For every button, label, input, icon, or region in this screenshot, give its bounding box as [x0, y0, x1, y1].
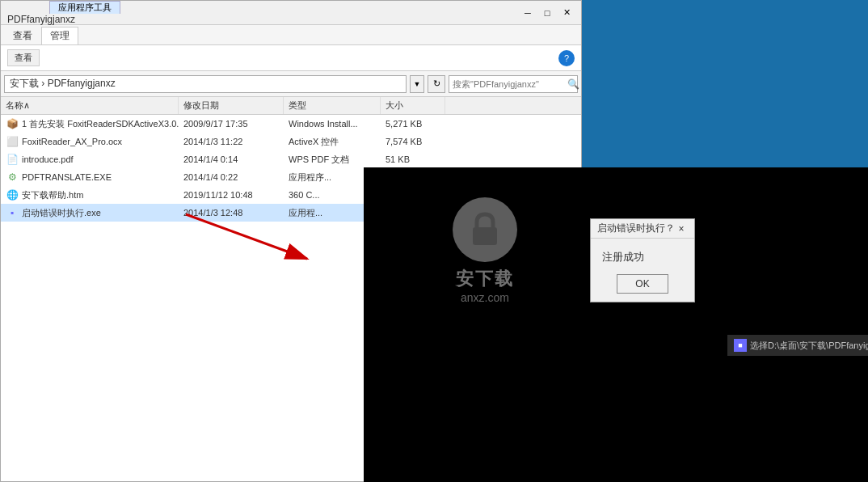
tab-view[interactable]: 查看 — [4, 27, 41, 44]
file-cell-date: 2019/11/12 10:48 — [179, 186, 284, 204]
file-cell-name: 🌐 安下载帮助.htm — [1, 186, 179, 204]
address-refresh[interactable]: ↻ — [428, 75, 445, 93]
file-cell-size: 5,271 KB — [381, 115, 445, 133]
file-icon: ⚙ — [6, 171, 19, 184]
col-header-date[interactable]: 修改日期 — [179, 97, 284, 114]
file-icon: ▪ — [6, 206, 19, 219]
tab-manage[interactable]: 管理 — [41, 27, 78, 44]
address-path[interactable]: 安下载 › PDFfanyigjanxz — [4, 75, 407, 93]
file-cell-name: ⚙ PDFTRANSLATE.EXE — [1, 168, 179, 186]
popup-dialog: 启动错误时执行？ × 注册成功 OK — [590, 218, 695, 302]
file-cell-name: 📦 1 首先安装 FoxitReaderSDKActiveX3.0... — [1, 115, 179, 133]
address-dropdown[interactable]: ▼ — [410, 75, 424, 93]
file-list-header: 名称 ∧ 修改日期 类型 大小 — [1, 97, 581, 115]
popup-body: 注册成功 OK — [591, 239, 694, 302]
cmd-title-bar: ■ 选择D:\桌面\安下载\PDFfanyigjanxz\启动错误时执行.exe — [727, 335, 868, 356]
search-box: 🔍 — [449, 75, 578, 93]
file-cell-date: 2014/1/3 12:48 — [179, 204, 284, 222]
file-row[interactable]: 📄 introduce.pdf 2014/1/4 0:14 WPS PDF 文档… — [1, 150, 581, 168]
title-bar-controls: ─ □ ✕ — [520, 5, 575, 21]
col-header-name[interactable]: 名称 ∧ — [1, 97, 179, 114]
popup-ok-button[interactable]: OK — [617, 274, 668, 294]
ribbon: 查看 管理 查看 ? — [1, 25, 581, 71]
search-icon[interactable]: 🔍 — [567, 78, 579, 90]
minimize-button[interactable]: ─ — [520, 5, 536, 21]
app-tools-tab[interactable]: 应用程序工具 — [49, 1, 120, 14]
ribbon-tabs: 查看 管理 — [1, 25, 581, 44]
col-header-type[interactable]: 类型 — [284, 97, 381, 114]
search-input[interactable] — [453, 79, 564, 89]
close-button[interactable]: ✕ — [558, 5, 575, 21]
file-cell-date: 2014/1/4 0:22 — [179, 168, 284, 186]
col-header-size[interactable]: 大小 — [381, 97, 445, 114]
window-title: PDFfanyigjanxz — [7, 14, 520, 25]
popup-title-bar: 启动错误时执行？ × — [591, 219, 694, 239]
file-cell-name: ⬜ FoxitReader_AX_Pro.ocx — [1, 133, 179, 150]
file-cell-type: WPS PDF 文档 — [284, 150, 381, 168]
popup-close-button[interactable]: × — [675, 222, 688, 235]
file-cell-type: ActiveX 控件 — [284, 133, 381, 150]
file-cell-type: Windows Install... — [284, 115, 381, 133]
file-cell-date: 2014/1/3 11:22 — [179, 133, 284, 150]
ribbon-content: 查看 ? — [1, 44, 581, 70]
file-cell-date: 2009/9/17 17:35 — [179, 115, 284, 133]
file-row[interactable]: 📦 1 首先安装 FoxitReaderSDKActiveX3.0... 200… — [1, 115, 581, 133]
file-cell-size: 7,574 KB — [381, 133, 445, 150]
popup-title-text: 启动错误时执行？ — [597, 222, 675, 235]
help-icon[interactable]: ? — [558, 50, 575, 66]
cmd-title-text: 选择D:\桌面\安下载\PDFfanyigjanxz\启动错误时执行.exe — [750, 340, 868, 352]
file-icon: 🌐 — [6, 188, 19, 201]
file-cell-date: 2014/1/4 0:14 — [179, 150, 284, 168]
file-row[interactable]: ⬜ FoxitReader_AX_Pro.ocx 2014/1/3 11:22 … — [1, 133, 581, 150]
file-icon: ⬜ — [6, 135, 19, 148]
file-cell-size: 51 KB — [381, 150, 445, 168]
maximize-button[interactable]: □ — [539, 5, 555, 21]
file-icon: 📦 — [6, 117, 19, 130]
title-bar: 应用程序工具 PDFfanyigjanxz ─ □ ✕ — [1, 1, 581, 25]
cmd-area: ■ 选择D:\桌面\安下载\PDFfanyigjanxz\启动错误时执行.exe — [364, 167, 868, 482]
popup-message: 注册成功 — [602, 250, 644, 264]
cmd-icon: ■ — [734, 339, 747, 352]
file-cell-name: ▪ 启动错误时执行.exe — [1, 204, 179, 222]
file-icon: 📄 — [6, 153, 19, 166]
ribbon-view-button[interactable]: 查看 — [7, 49, 40, 66]
address-bar: 安下载 › PDFfanyigjanxz ▼ ↻ 🔍 — [1, 71, 581, 97]
file-cell-name: 📄 introduce.pdf — [1, 150, 179, 168]
